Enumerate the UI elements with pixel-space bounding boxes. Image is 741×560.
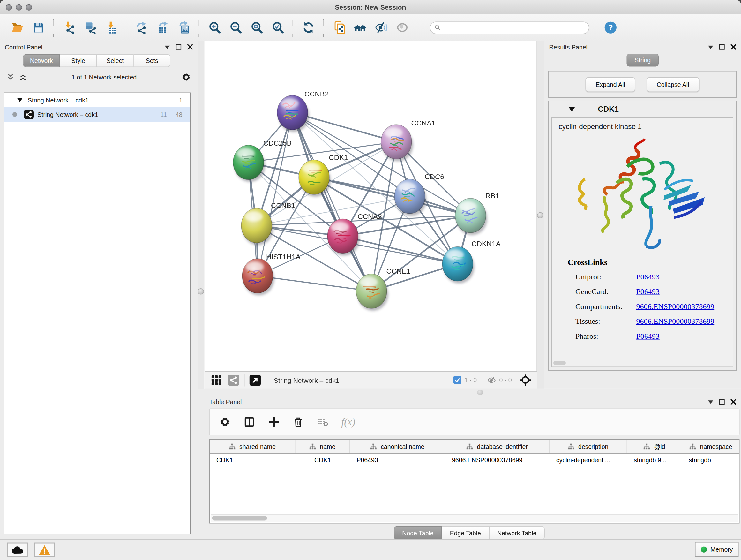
tree-expand-caret-icon[interactable] (17, 98, 23, 102)
expand-all-button[interactable]: Expand All (586, 77, 635, 92)
show-graphics-details-button[interactable] (392, 17, 413, 38)
search-field[interactable] (430, 21, 590, 34)
hide-graphics-details-button[interactable] (370, 17, 392, 38)
export-table-button[interactable] (152, 17, 173, 38)
crosslink-link[interactable]: P06493 (636, 332, 660, 340)
network-style-button[interactable] (228, 374, 239, 386)
save-session-button[interactable] (28, 17, 49, 38)
network-node-CCNA1[interactable] (381, 125, 413, 162)
left-splitter-handle[interactable] (198, 288, 204, 295)
panel-menu-caret-icon[interactable] (708, 45, 714, 49)
network-node-HIST1H1A[interactable] (242, 259, 274, 296)
grid-view-button[interactable] (211, 375, 222, 385)
warning-icon (39, 545, 51, 555)
float-panel-icon[interactable] (719, 399, 725, 405)
tab-node-table[interactable]: Node Table (394, 526, 442, 540)
clone-network-button[interactable] (328, 17, 349, 38)
table-options-gear-icon[interactable] (219, 416, 231, 428)
cloud-status-button[interactable] (7, 543, 28, 557)
refresh-view-button[interactable] (298, 17, 319, 38)
network-collection-row[interactable]: String Network – cdk1 1 (4, 93, 190, 107)
network-view-toolbar: String Network – cdk1 1 - 0 0 - 0 (205, 371, 537, 388)
network-node-CDC25B[interactable] (233, 145, 266, 182)
zoom-selected-button[interactable] (267, 17, 288, 38)
center-view-button[interactable] (520, 374, 532, 386)
network-node-CDKN1A[interactable] (442, 247, 475, 284)
tab-network-table[interactable]: Network Table (489, 526, 544, 540)
selected-checkbox-icon[interactable] (453, 376, 461, 384)
tab-edge-table[interactable]: Edge Table (442, 526, 489, 540)
tab-select[interactable]: Select (97, 54, 134, 67)
network-graph[interactable]: CCNB2CCNA1CDC25BCDK1CDC6RB1CCNB1CCNA2CDK… (205, 41, 537, 370)
birdseye-view-button[interactable] (250, 374, 261, 386)
network-options-gear-icon[interactable] (182, 72, 191, 82)
add-column-icon[interactable] (268, 416, 280, 428)
network-edge[interactable] (314, 177, 471, 215)
zoom-in-button[interactable] (204, 17, 225, 38)
warnings-button[interactable] (34, 543, 55, 557)
column-header-name[interactable]: name (295, 440, 350, 453)
table-hscrollbar[interactable] (211, 514, 738, 522)
network-node-RB1[interactable] (455, 198, 488, 235)
float-panel-icon[interactable] (719, 44, 725, 50)
section-collapse-caret-icon[interactable] (569, 107, 575, 111)
memory-status-dot (701, 547, 707, 553)
delete-column-trash-icon[interactable] (293, 416, 304, 428)
float-panel-icon[interactable] (176, 44, 182, 50)
network-canvas[interactable]: CCNB2CCNA1CDC25BCDK1CDC6RB1CCNB1CCNA2CDK… (205, 41, 537, 371)
collapse-all-chevron-icon[interactable] (7, 74, 14, 80)
right-splitter-handle[interactable] (537, 212, 543, 219)
expand-all-chevron-icon[interactable] (19, 74, 27, 80)
crosslink-link[interactable]: 9606.ENSP00000378699 (636, 317, 715, 325)
tab-sets[interactable]: Sets (134, 54, 171, 67)
table-row[interactable]: CDK1CDK1P064939606.ENSP00000378699cyclin… (210, 454, 739, 467)
tab-string[interactable]: String (626, 54, 659, 67)
column-header-description[interactable]: description (549, 440, 627, 453)
export-network-button[interactable] (131, 17, 152, 38)
crosslink-link[interactable]: P06493 (636, 272, 660, 281)
open-session-button[interactable] (7, 17, 28, 38)
import-network-database-button[interactable] (79, 17, 100, 38)
network-edge[interactable] (258, 276, 372, 291)
import-table-file-button[interactable] (100, 17, 122, 38)
horizontal-splitter[interactable] (198, 388, 741, 396)
column-header--id[interactable]: @id (627, 440, 682, 453)
export-image-button[interactable] (173, 17, 194, 38)
right-splitter[interactable] (537, 41, 544, 388)
horizontal-splitter-handle[interactable] (477, 390, 483, 395)
toolbar-separator (482, 374, 482, 386)
column-header-canonical-name[interactable]: canonical name (350, 440, 446, 453)
close-panel-icon[interactable] (731, 44, 736, 50)
close-panel-icon[interactable] (731, 399, 736, 405)
show-columns-icon[interactable] (244, 416, 255, 428)
zoom-out-button[interactable] (225, 17, 246, 38)
results-scrollbar-thumb[interactable] (553, 361, 566, 365)
help-button[interactable]: ? (600, 17, 621, 38)
network-node-CCNB1[interactable] (241, 208, 273, 246)
tab-style[interactable]: Style (60, 54, 97, 67)
zoom-fit-button[interactable] (246, 17, 267, 38)
network-node-CDK1[interactable] (299, 160, 331, 197)
collapse-all-button[interactable]: Collapse All (647, 77, 699, 92)
column-header-namespace[interactable]: namespace (682, 440, 740, 453)
gene-section-header[interactable]: CDK1 (549, 101, 736, 118)
close-panel-icon[interactable] (187, 44, 193, 50)
crosslink-link[interactable]: P06493 (636, 287, 660, 296)
session-home-button[interactable] (349, 17, 370, 38)
network-node-CCNE1[interactable] (356, 274, 388, 311)
network-edge[interactable] (293, 113, 372, 292)
panel-menu-caret-icon[interactable] (708, 400, 714, 403)
crosslink-link[interactable]: 9606.ENSP00000378699 (636, 302, 715, 311)
network-row-selected[interactable]: String Network – cdk1 11 48 (4, 107, 190, 122)
tab-network[interactable]: Network (23, 54, 60, 67)
network-node-CCNB2[interactable] (277, 96, 310, 132)
network-edge[interactable] (258, 113, 293, 276)
panel-menu-caret-icon[interactable] (165, 45, 170, 49)
search-input[interactable] (441, 24, 589, 31)
table-hscrollbar-thumb[interactable] (212, 516, 267, 521)
import-network-file-button[interactable] (58, 17, 79, 38)
column-header-shared-name[interactable]: shared name (210, 440, 295, 453)
column-header-database-identifier[interactable]: database identifier (445, 440, 549, 453)
memory-button[interactable]: Memory (695, 542, 738, 557)
hidden-eye-icon[interactable] (487, 375, 496, 385)
